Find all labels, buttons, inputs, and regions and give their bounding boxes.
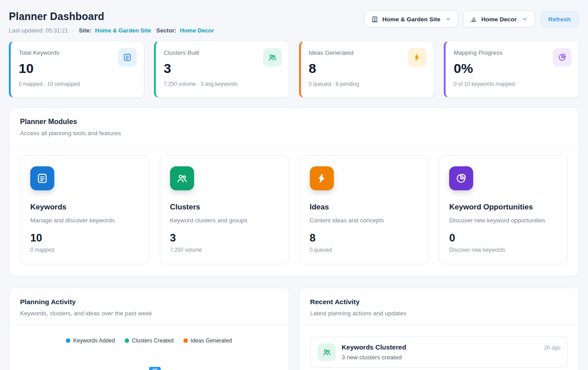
stat-subtext: 0 mapped · 10 unmapped [19, 81, 136, 87]
module-subtext: 7,250 volume [170, 247, 279, 253]
legend-item-ideas-generated: Ideas Generated [183, 338, 232, 344]
page-title: Planner Dashboard [9, 11, 214, 23]
section-title: Planner Modules [20, 118, 568, 126]
module-card-ideas[interactable]: Ideas Content ideas and concepts 8 0 que… [300, 155, 429, 264]
panel-subtitle: Keywords, clusters, and ideas over the p… [20, 310, 278, 317]
module-card-keywords[interactable]: Keywords Manage and discover keywords 10… [20, 155, 149, 264]
stat-label: Ideas Generated [309, 49, 354, 56]
module-title: Keywords [30, 203, 139, 212]
users-icon [170, 166, 194, 190]
panel-title: Recent Activity [310, 298, 568, 306]
site-link[interactable]: Home & Garden Site [95, 27, 151, 34]
legend-dot [125, 338, 129, 343]
legend-label: Clusters Created [132, 338, 174, 344]
document-icon [118, 48, 137, 67]
module-description: Content ideas and concepts [310, 217, 418, 224]
planner-modules-section: Planner Modules Access all planning tool… [9, 108, 579, 276]
planning-activity-chart: Keywords Added Clusters Created Ideas Ge… [9, 338, 289, 370]
users-icon [263, 48, 282, 67]
legend-label: Ideas Generated [191, 338, 232, 344]
users-icon [318, 343, 336, 361]
document-icon [30, 166, 54, 190]
legend-label: Keywords Added [73, 338, 115, 344]
sector-label: Sector: [156, 27, 176, 34]
header-left: Planner Dashboard Last updated: 05:31:21… [9, 11, 214, 34]
site-selector-dropdown[interactable]: Home & Garden Site [365, 11, 458, 28]
stat-card-total-keywords: Total Keywords 10 0 mapped · 10 unmapped [9, 41, 144, 98]
header-controls: Home & Garden Site Home Decor Refresh [365, 11, 579, 28]
panel-subtitle: Latest planning actions and updates [310, 310, 568, 317]
module-title: Clusters [170, 203, 279, 212]
legend-item-keywords-added: Keywords Added [66, 338, 115, 344]
module-subtext: Discover new keywords [449, 247, 558, 253]
meta-separator: · [72, 27, 73, 34]
page-header: Planner Dashboard Last updated: 05:31:21… [0, 0, 588, 34]
panel-title: Planning Activity [20, 298, 278, 306]
bottom-row: Planning Activity Keywords, clusters, an… [9, 288, 579, 370]
activity-description: 3 new clusters created [342, 354, 538, 361]
module-description: Discover new keyword opportunities [449, 217, 558, 224]
chart-legend: Keywords Added Clusters Created Ideas Ge… [9, 338, 289, 344]
stat-label: Mapping Progress [454, 49, 503, 56]
stat-card-ideas-generated: Ideas Generated 8 0 queued · 8 pending [299, 41, 434, 98]
legend-dot [66, 338, 70, 343]
site-selector-value: Home & Garden Site [382, 16, 441, 23]
planner-dashboard-page: Planner Dashboard Last updated: 05:31:21… [0, 0, 588, 370]
stats-row: Total Keywords 10 0 mapped · 10 unmapped… [9, 41, 579, 98]
data-point-label: 25 [149, 367, 161, 370]
activity-feed: Keywords Clustered 3 new clusters create… [300, 325, 579, 370]
planning-activity-header: Planning Activity Keywords, clusters, an… [9, 288, 289, 325]
module-title: Ideas [310, 203, 418, 212]
legend-dot [183, 338, 188, 343]
module-description: Keyword clusters and groups [170, 217, 279, 224]
activity-item-content: Keywords Clustered 3 new clusters create… [342, 343, 538, 361]
activity-timestamp: 2h ago [544, 343, 560, 351]
section-subtitle: Access all planning tools and features [20, 130, 568, 137]
chevron-down-icon [445, 16, 451, 22]
sector-link[interactable]: Home Decor [180, 27, 214, 34]
module-value: 0 [449, 232, 558, 244]
module-card-clusters[interactable]: Clusters Keyword clusters and groups 3 7… [160, 155, 289, 264]
stat-subtext: 0 queued · 8 pending [309, 81, 426, 87]
stat-card-clusters-built: Clusters Built 3 7,250 volume · 3 avg ke… [154, 41, 289, 98]
planner-modules-header: Planner Modules Access all planning tool… [9, 108, 579, 145]
legend-item-clusters-created: Clusters Created [125, 338, 174, 344]
module-card-keyword-opportunities[interactable]: Keyword Opportunities Discover new keywo… [439, 155, 568, 264]
recent-activity-header: Recent Activity Latest planning actions … [300, 288, 579, 325]
stat-label: Total Keywords [19, 49, 60, 56]
module-value: 10 [30, 232, 139, 244]
recent-activity-panel: Recent Activity Latest planning actions … [299, 288, 580, 370]
module-title: Keyword Opportunities [449, 203, 558, 212]
pie-chart-icon [449, 166, 473, 190]
page-meta: Last updated: 05:31:21 · Site: Home & Ga… [9, 27, 214, 34]
module-subtext: 0 queued [310, 247, 418, 253]
site-label: Site: [79, 27, 91, 34]
module-value: 8 [310, 232, 418, 244]
stat-subtext: 0 of 10 keywords mapped [454, 81, 571, 87]
activity-item-keywords-clustered: Keywords Clustered 3 new clusters create… [310, 337, 568, 368]
stat-label: Clusters Built [164, 49, 199, 56]
bar-chart-icon [470, 16, 477, 23]
module-subtext: 0 mapped [30, 247, 139, 253]
chevron-down-icon [522, 16, 528, 22]
modules-grid: Keywords Manage and discover keywords 10… [9, 145, 579, 276]
last-updated-text: Last updated: 05:31:21 [9, 27, 68, 34]
stat-subtext: 7,250 volume · 3 avg keywords [164, 81, 281, 87]
sector-selector-dropdown[interactable]: Home Decor [463, 11, 535, 28]
pie-chart-icon [553, 48, 572, 67]
lightning-icon [310, 166, 334, 190]
module-description: Manage and discover keywords [30, 217, 139, 224]
lightning-icon [408, 48, 426, 67]
planning-activity-panel: Planning Activity Keywords, clusters, an… [9, 288, 289, 370]
stat-card-mapping-progress: Mapping Progress 0% 0 of 10 keywords map… [444, 41, 579, 98]
sector-selector-value: Home Decor [481, 16, 517, 23]
module-value: 3 [170, 232, 279, 244]
building-icon [371, 16, 378, 23]
refresh-button[interactable]: Refresh [540, 11, 579, 28]
activity-title: Keywords Clustered [342, 343, 538, 351]
